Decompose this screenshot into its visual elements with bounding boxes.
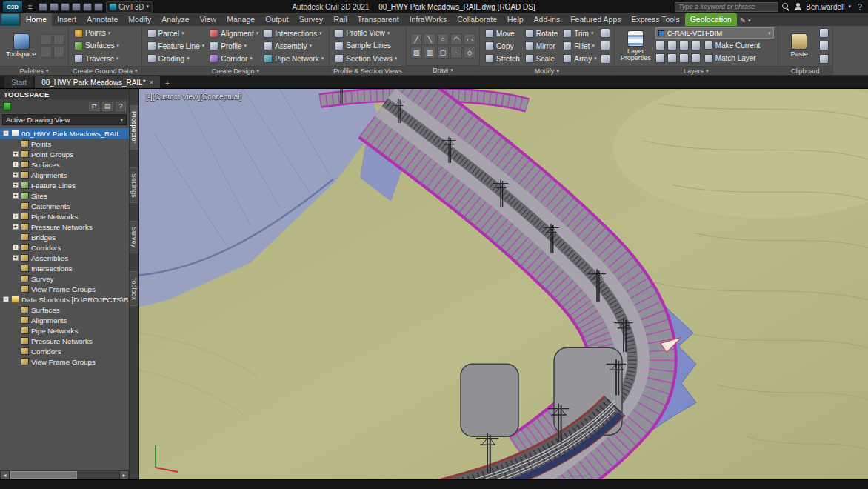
document-tab[interactable]: 00_HWY Park Meadows_RAIL* × bbox=[35, 76, 160, 88]
print-icon[interactable] bbox=[72, 3, 81, 11]
ribbon-tab[interactable]: Annotate bbox=[81, 13, 123, 26]
copy-clip-icon[interactable] bbox=[819, 41, 829, 50]
ribbon-tab[interactable]: Geolocation bbox=[685, 13, 737, 26]
explode-icon[interactable] bbox=[601, 54, 610, 64]
cut-icon[interactable] bbox=[819, 28, 829, 38]
application-menu-button[interactable] bbox=[1, 14, 19, 26]
tree-item[interactable]: + Sites bbox=[0, 190, 129, 201]
ribbon-tab[interactable]: View bbox=[195, 13, 222, 26]
ribbon-tab[interactable]: Collaborate bbox=[452, 13, 502, 26]
expand-toggle[interactable]: + bbox=[13, 255, 19, 261]
toolspace-tab[interactable]: Toolbox bbox=[130, 271, 138, 306]
toolspace-tab[interactable]: Prospector bbox=[130, 105, 138, 150]
expand-toggle[interactable]: + bbox=[13, 193, 19, 199]
ribbon-button[interactable]: Alignment ▾ bbox=[208, 27, 260, 40]
expand-toggle[interactable]: - bbox=[3, 130, 9, 136]
layer-properties-button[interactable]: Layer Properties bbox=[618, 27, 653, 64]
ribbon-button[interactable]: Profile View ▾ bbox=[333, 27, 398, 39]
circle-icon[interactable] bbox=[437, 33, 449, 45]
ribbon-button[interactable]: Corridor ▾ bbox=[208, 53, 260, 65]
pencil-icon[interactable]: ✎ bbox=[740, 16, 746, 24]
ribbon-button[interactable]: Sample Lines bbox=[333, 39, 398, 52]
redo-icon[interactable] bbox=[94, 3, 103, 11]
tree-item[interactable]: + Pipe Networks bbox=[0, 211, 129, 222]
ribbon-button[interactable]: Assembly ▾ bbox=[262, 40, 325, 53]
panel-label-draw[interactable]: Draw ▾ bbox=[407, 65, 479, 75]
rectangle-icon[interactable] bbox=[464, 33, 475, 45]
ribbon-button[interactable]: Scale bbox=[524, 53, 559, 65]
ribbon-button[interactable]: Fillet ▾ bbox=[561, 40, 598, 53]
ribbon-tab[interactable]: Output bbox=[260, 13, 294, 26]
open-file-icon[interactable] bbox=[50, 3, 59, 11]
ribbon-button[interactable]: Traverse ▾ bbox=[73, 53, 121, 65]
survey-palette-icon[interactable] bbox=[53, 47, 64, 58]
tree-item[interactable]: Bridges bbox=[0, 232, 129, 242]
toolspace-tab[interactable]: Survey bbox=[130, 221, 138, 253]
ribbon-button[interactable]: Trim ▾ bbox=[561, 27, 598, 40]
arc-icon[interactable] bbox=[450, 33, 462, 45]
signed-in-user[interactable]: Ben.wardell bbox=[806, 3, 844, 11]
ribbon-tab[interactable]: Home bbox=[21, 13, 52, 26]
expand-toggle[interactable]: + bbox=[13, 245, 19, 250]
scroll-right-icon[interactable]: ▸ bbox=[119, 470, 129, 480]
ribbon-button[interactable]: Section Views ▾ bbox=[333, 53, 398, 65]
layer-isolate-icon[interactable] bbox=[655, 41, 665, 50]
polyline-icon[interactable] bbox=[424, 33, 435, 45]
layer-lock-icon[interactable] bbox=[655, 53, 665, 63]
paste-button[interactable]: Paste bbox=[782, 27, 817, 64]
layer-freeze-icon[interactable] bbox=[679, 41, 689, 50]
ribbon-button[interactable]: Parcel ▾ bbox=[146, 27, 207, 40]
layer-unlock-icon[interactable] bbox=[667, 53, 677, 63]
region-icon[interactable] bbox=[464, 47, 475, 59]
panel-label-clipboard[interactable]: Clipboard bbox=[778, 66, 832, 75]
layer-on-icon[interactable] bbox=[679, 53, 689, 63]
toolspace-tab[interactable]: Settings bbox=[130, 167, 138, 204]
item-view-toggle-icon[interactable]: ⇄ bbox=[89, 102, 99, 111]
scroll-left-icon[interactable]: ◂ bbox=[0, 470, 10, 480]
tree-item[interactable]: Points bbox=[0, 139, 129, 149]
drawing-viewport[interactable]: [-][Custom View][Conceptual] bbox=[139, 89, 868, 489]
properties-palette-icon[interactable] bbox=[41, 34, 52, 45]
ribbon-button[interactable]: Feature Line ▾ bbox=[146, 40, 207, 53]
ribbon-button[interactable]: Array ▾ bbox=[561, 53, 598, 65]
tree-item[interactable]: + Point Groups bbox=[0, 149, 129, 159]
tree-item[interactable]: Pressure Networks bbox=[0, 336, 129, 346]
tree-item[interactable]: Alignments bbox=[0, 315, 129, 325]
ribbon-tab[interactable]: Featured Apps bbox=[565, 13, 626, 26]
horizontal-scrollbar[interactable]: ◂ ▸ bbox=[0, 470, 129, 479]
ribbon-button[interactable]: Intersections ▾ bbox=[262, 27, 325, 40]
scrollbar-thumb[interactable] bbox=[10, 471, 77, 479]
ribbon-button[interactable]: Copy bbox=[484, 40, 521, 53]
tree-item[interactable]: - 00_HWY Park Meadows_RAIL bbox=[0, 128, 129, 139]
panel-label-profile-section-views[interactable]: Profile & Section Views bbox=[330, 66, 406, 75]
tree-item[interactable]: View Frame Groups bbox=[0, 284, 129, 294]
line-icon[interactable] bbox=[410, 33, 422, 45]
erase-icon[interactable] bbox=[601, 28, 610, 38]
ribbon-tab[interactable]: Manage bbox=[221, 13, 260, 26]
panel-label-create-ground-data[interactable]: Create Ground Data ▾ bbox=[69, 66, 141, 75]
workspace-selector[interactable]: Civil 3D ▾ bbox=[106, 1, 153, 13]
ribbon-button[interactable]: Move bbox=[484, 27, 521, 40]
layer-walk-icon[interactable] bbox=[691, 53, 701, 63]
panorama-palette-icon[interactable] bbox=[53, 34, 64, 45]
gradient-icon[interactable] bbox=[424, 47, 435, 59]
tree-item[interactable]: Catchments bbox=[0, 201, 129, 211]
ribbon-tab[interactable]: Survey bbox=[294, 13, 329, 26]
tree-item[interactable]: Surfaces bbox=[0, 305, 129, 315]
ribbon-tab[interactable]: Modify bbox=[123, 13, 156, 26]
viewport-controls[interactable]: [-][Custom View][Conceptual] bbox=[146, 93, 241, 101]
toolspace-button[interactable]: Toolspace bbox=[4, 27, 39, 64]
command-line-bar[interactable] bbox=[0, 479, 868, 489]
tree-item[interactable]: + Pressure Networks bbox=[0, 222, 129, 232]
ribbon-tab[interactable]: InfraWorks bbox=[404, 13, 453, 26]
panorama-icon[interactable]: ▤ bbox=[102, 102, 113, 111]
ribbon-button[interactable]: Pipe Network ▾ bbox=[262, 53, 325, 65]
ribbon-button[interactable]: Rotate bbox=[524, 27, 559, 40]
close-icon[interactable]: × bbox=[150, 79, 154, 87]
chevron-down-icon[interactable]: ▾ bbox=[748, 18, 751, 24]
ribbon-tab[interactable]: Insert bbox=[52, 13, 81, 26]
ribbon-tab[interactable]: Rail bbox=[328, 13, 352, 26]
toolspace-header[interactable]: TOOLSPACE bbox=[0, 89, 129, 99]
search-input[interactable] bbox=[675, 2, 778, 12]
expand-toggle[interactable]: + bbox=[13, 162, 19, 167]
